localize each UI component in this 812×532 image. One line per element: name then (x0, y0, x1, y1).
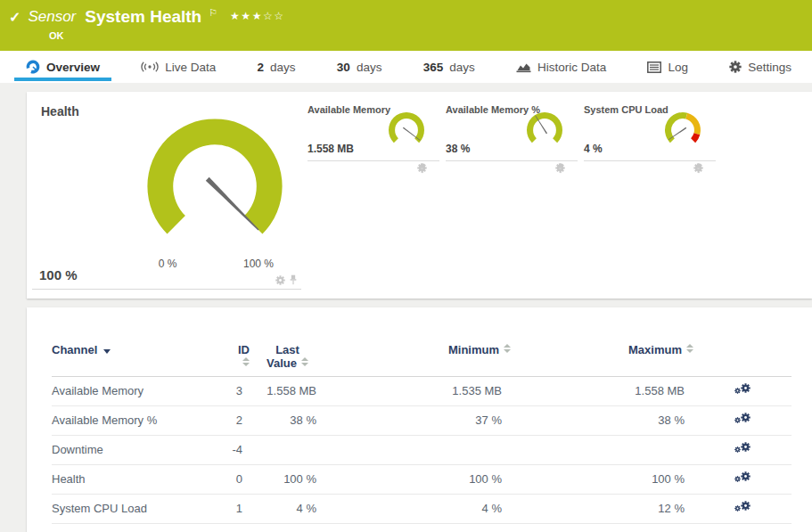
live-icon (141, 61, 159, 73)
tab-historic-data[interactable]: Historic Data (504, 51, 618, 83)
status-ok-check-icon: ✓ (9, 11, 21, 25)
cell-maximum: 1.558 MB (511, 376, 693, 405)
channel-settings-icon[interactable] (734, 441, 750, 455)
sort-icon (242, 357, 250, 366)
priority-stars[interactable]: ★★★☆☆ (230, 10, 284, 22)
tab-settings[interactable]: Settings (718, 51, 803, 83)
tab-label: Live Data (165, 61, 216, 74)
tab-number: 365 (423, 61, 444, 74)
cell-channel: Available Memory % (52, 405, 230, 435)
channel-settings-icon[interactable] (734, 471, 750, 485)
sensor-kind-label: Sensor (28, 8, 76, 26)
health-gauge-value: 100 % (39, 267, 78, 282)
tab-number: 30 (337, 61, 350, 74)
col-channel-label: Channel (52, 343, 97, 356)
health-panel-icons (275, 274, 298, 285)
cell-last-value: 4 % (250, 494, 325, 523)
tab-number: 2 (258, 61, 265, 74)
cell-channel: Health (52, 464, 230, 494)
gauge-settings-gear-icon[interactable] (275, 275, 285, 285)
health-scale-max: 100 % (228, 258, 289, 270)
cell-minimum: 1.535 MB (325, 376, 511, 405)
mini-gauge-panel-available-memory: Available Memory 1.558 MB (308, 102, 439, 161)
channel-row-system-cpu-load: System CPU Load 1 4 % 4 % 12 % (52, 494, 791, 523)
mini-gauge (660, 108, 705, 152)
tab-label: Log (668, 61, 688, 74)
cell-maximum (511, 435, 693, 464)
cell-channel: Downtime (52, 435, 230, 464)
log-icon (647, 61, 661, 73)
cell-last-value: 1.558 MB (250, 376, 325, 405)
col-last-value[interactable]: Last Value (250, 307, 325, 376)
channels-table: Channel ID Last Value Minimum Maximum Av… (52, 307, 791, 524)
historic-chart-icon (516, 61, 531, 73)
mini-gauge-value: 38 % (446, 143, 470, 155)
cell-minimum: 37 % (325, 405, 511, 435)
flag-icon[interactable]: ⚐ (209, 8, 217, 18)
col-minimum-label: Minimum (448, 343, 499, 356)
sensor-header: ✓ Sensor System Health ⚐ ★★★☆☆ OK (0, 0, 812, 51)
mini-gauge-value: 4 % (584, 143, 603, 155)
tab-label: Overview (46, 61, 100, 74)
sensor-status-badge: OK (49, 30, 64, 41)
content-area: Health 0 % 100 % 100 % Available Memory (0, 92, 812, 532)
tab-bar: Overview Live Data 2 days 30 days 365 da… (0, 51, 812, 83)
mini-gauge-value: 1.558 MB (308, 143, 354, 155)
cell-maximum: 12 % (511, 494, 693, 523)
col-actions (693, 307, 791, 376)
mini-gauge-panel-available-memory: Available Memory % 38 % (446, 102, 578, 161)
tab-live-data[interactable]: Live Data (129, 51, 227, 83)
sensor-title: System Health (85, 8, 201, 27)
tab-label: days (270, 61, 296, 74)
col-last-value-label: Last Value (267, 343, 299, 370)
channel-row-downtime: Downtime -4 (52, 435, 791, 464)
cell-minimum: 4 % (325, 494, 511, 523)
tab-2-days[interactable]: 2 days (246, 51, 308, 83)
health-gauge (135, 106, 295, 266)
mini-gauges-row: Available Memory 1.558 MB Available Memo… (308, 102, 716, 161)
cell-id: -4 (230, 435, 250, 464)
tab-label: Settings (748, 61, 791, 74)
cell-last-value (250, 435, 325, 464)
prtg-sensor-page: ✓ Sensor System Health ⚐ ★★★☆☆ OK Overvi… (0, 0, 812, 532)
tab-label: days (449, 61, 475, 74)
gauges-card: Health 0 % 100 % 100 % Available Memory (27, 92, 812, 299)
sort-desc-icon (103, 349, 111, 354)
channel-settings-icon[interactable] (734, 500, 750, 514)
mini-gauge (522, 108, 567, 152)
tab-label: days (357, 61, 382, 74)
col-maximum-label: Maximum (628, 343, 682, 356)
cell-channel: Available Memory (52, 376, 230, 405)
col-id[interactable]: ID (230, 307, 250, 376)
col-id-label: ID (238, 343, 250, 356)
channel-row-available-memory: Available Memory % 2 38 % 37 % 38 % (52, 405, 791, 435)
tab-log[interactable]: Log (636, 51, 700, 83)
mini-gauge-panel-system-cpu-load: System CPU Load 4 % (584, 102, 716, 161)
channel-settings-icon[interactable] (734, 412, 750, 426)
health-gauge-title: Health (41, 104, 79, 119)
health-gauge-panel: Health 0 % 100 % 100 % (32, 99, 301, 290)
table-header-row: Channel ID Last Value Minimum Maximum (52, 307, 791, 376)
sort-icon (301, 357, 308, 366)
cell-id: 2 (230, 405, 250, 435)
cell-maximum: 100 % (511, 464, 693, 494)
channels-card: Channel ID Last Value Minimum Maximum Av… (27, 307, 812, 532)
tab-overview[interactable]: Overview (14, 51, 111, 83)
col-minimum[interactable]: Minimum (325, 307, 511, 376)
mini-gauge (384, 108, 429, 152)
channel-row-health: Health 0 100 % 100 % 100 % (52, 464, 791, 494)
cell-minimum: 100 % (325, 464, 511, 494)
sort-icon (504, 344, 511, 353)
col-channel[interactable]: Channel (52, 307, 230, 376)
col-maximum[interactable]: Maximum (511, 307, 693, 376)
cell-channel: System CPU Load (52, 494, 230, 523)
cell-id: 3 (230, 376, 250, 405)
channel-settings-icon[interactable] (734, 382, 750, 397)
cell-minimum (325, 435, 511, 464)
channel-row-available-memory: Available Memory 3 1.558 MB 1.535 MB 1.5… (52, 376, 791, 405)
cell-id: 1 (230, 494, 250, 523)
tab-30-days[interactable]: 30 days (325, 51, 394, 83)
gauge-pin-icon[interactable] (289, 274, 298, 285)
tab-365-days[interactable]: 365 days (412, 51, 487, 83)
cell-maximum: 38 % (511, 405, 693, 435)
